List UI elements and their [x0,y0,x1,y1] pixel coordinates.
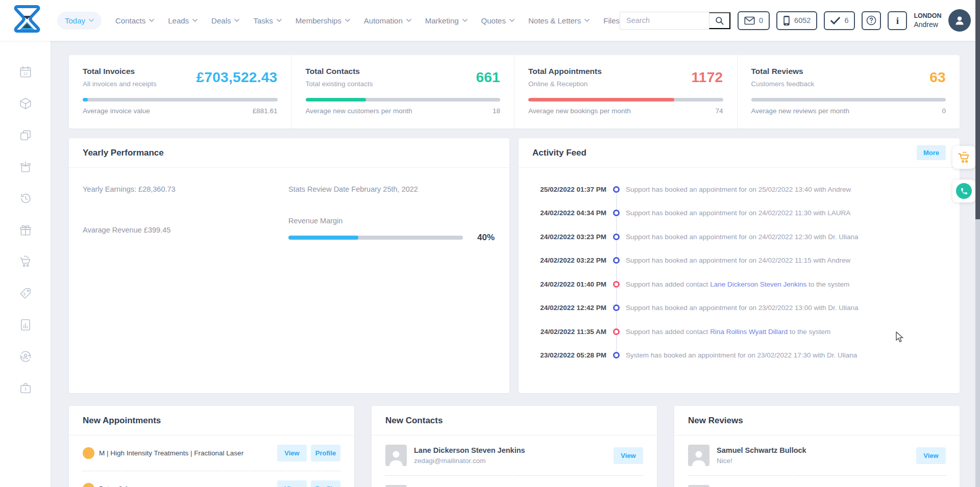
nav-label: Memberships [296,16,341,25]
stat-subtitle: All invoices and receipts [83,80,157,88]
nav-label: Automation [364,16,403,25]
call-circle [956,183,972,199]
mail-count: 0 [759,16,763,24]
stat-subtitle: Total existing contacts [306,80,373,88]
nav-item-quotes[interactable]: Quotes [481,16,514,25]
page-scrollbar[interactable] [975,0,980,487]
nav-item-notes-letters[interactable]: Notes & Letters [528,16,590,25]
contact-link[interactable]: Lane Dickerson Steven Jenkins [710,280,806,288]
activity-item: 24/02/2022 11:35 AM Support has added co… [532,320,946,344]
nav-item-deals[interactable]: Deals [211,16,239,25]
review-row: Alex Stefan View [688,476,946,487]
stat-progress-bar [83,98,278,101]
mail-counter-button[interactable]: 0 [738,11,770,30]
contact-link[interactable]: Rina Rollins Wyatt Dillard [710,328,788,336]
scrollbar-thumb[interactable] [975,0,980,219]
nav-item-tasks[interactable]: Tasks [253,16,281,25]
activity-item: 25/02/2022 01:37 PM Support has booked a… [532,177,946,201]
profile-button[interactable]: Profile [311,480,340,487]
report-icon[interactable] [19,318,32,331]
nav-item-today[interactable]: Today [57,12,102,30]
nav-item-memberships[interactable]: Memberships [296,16,350,25]
view-button[interactable]: View [277,445,307,462]
floating-cart-button[interactable] [952,146,975,169]
person-icon [953,14,966,27]
price-tag-icon[interactable]: $ [19,287,32,300]
stat-subtitle: Customers feedback [751,80,815,88]
chevron-down-icon [89,19,94,22]
stat-total-reviews: Total Reviews Customers feedback 63 Aver… [737,55,960,129]
phone-counter-button[interactable]: 6052 [776,11,817,30]
new-contacts-panel: New Contacts Lane Dickerson Steven Jenki… [372,406,657,487]
nav-item-leads[interactable]: Leads [168,16,198,25]
gift-icon[interactable] [19,223,32,237]
yearly-performance-panel: Yearly Performance Yearly Earnings: £28,… [69,138,509,393]
nav-item-contacts[interactable]: Contacts [115,16,154,25]
chevron-down-icon [192,19,198,22]
floating-call-button[interactable] [952,180,975,202]
tasks-counter-button[interactable]: 6 [824,11,855,30]
help-icon [866,15,877,26]
view-button[interactable]: View [277,480,307,487]
activity-timestamp: 24/02/2022 04:34 PM [532,209,606,217]
cart-icon[interactable] [19,255,32,268]
appointment-row: Botox 3 Areas View Profile [83,471,340,487]
basket-icon[interactable] [19,160,32,173]
nav-item-marketing[interactable]: Marketing [425,16,468,25]
phone-count: 6052 [794,16,811,24]
more-button[interactable]: More [917,145,946,160]
view-button[interactable]: View [614,447,643,464]
header-actions: 0 6052 6 i LONDON Andrew [620,9,971,32]
activity-text: Support has booked an appointment for on… [626,209,850,217]
stat-footer-value: 0 [942,107,946,115]
stat-value: £703,522.43 [196,69,277,86]
view-button[interactable]: View [916,447,946,464]
appointment-status-dot [83,447,94,459]
stats-review-date: Stats Review Date February 25th, 2022 [288,185,496,193]
user-name: Andrew [914,20,941,29]
chevron-down-icon [509,19,514,22]
calendar-icon[interactable]: 12 [19,65,32,79]
stat-total-invoices: Total Invoices All invoices and receipts… [69,55,291,129]
stat-footer-value: £881.61 [253,107,278,115]
chevron-down-icon [234,19,239,22]
stat-title: Total Reviews [751,67,815,76]
sidebar: 12 $ [0,41,51,487]
activity-marker-icon [613,210,620,216]
profile-button[interactable]: Profile [311,445,340,462]
stat-footer-label: Average new customers per month [306,107,412,115]
stat-footer-label: Average invoice value [83,107,150,115]
review-row: Samuel Schwartz Bullock Nice! View [688,435,946,476]
account-sync-icon[interactable] [19,350,32,363]
panel-title: New Appointments [83,416,161,426]
stat-title: Total Contacts [306,67,373,76]
help-button[interactable] [862,11,881,30]
activity-marker-icon [613,281,620,288]
activity-timestamp: 24/02/2022 03:23 PM [532,233,606,241]
stat-footer-label: Average new bookings per month [528,107,631,115]
checkmark-icon [830,17,840,24]
search-button[interactable] [709,12,730,29]
nav-item-files[interactable]: Files [603,16,620,25]
chevron-down-icon [149,19,154,22]
panel-title: New Contacts [385,416,443,426]
info-button[interactable]: i [888,11,907,30]
search-input[interactable] [620,16,709,24]
copy-pages-icon[interactable] [19,129,32,142]
package-icon[interactable] [19,97,32,110]
activity-item: 23/02/2022 05:28 PM System has booked an… [532,344,946,368]
app-logo-hourglass-icon[interactable] [13,5,41,36]
medical-case-icon[interactable] [19,381,32,395]
contact-email: zedagi@mailinator.com [414,457,609,465]
nav-item-automation[interactable]: Automation [364,16,411,25]
revenue-margin-value: 40% [477,233,495,243]
activity-text: Support has booked an appointment for on… [626,233,859,241]
stat-progress-bar [751,98,946,101]
history-icon[interactable] [19,192,32,205]
user-avatar[interactable] [948,9,971,32]
stat-title: Total Invoices [83,67,157,76]
stat-progress-bar [306,98,501,101]
activity-text: Support has booked an appointment for on… [626,257,850,264]
activity-item: 24/02/2022 04:34 PM Support has booked a… [532,201,946,225]
activity-marker-icon [613,304,620,311]
